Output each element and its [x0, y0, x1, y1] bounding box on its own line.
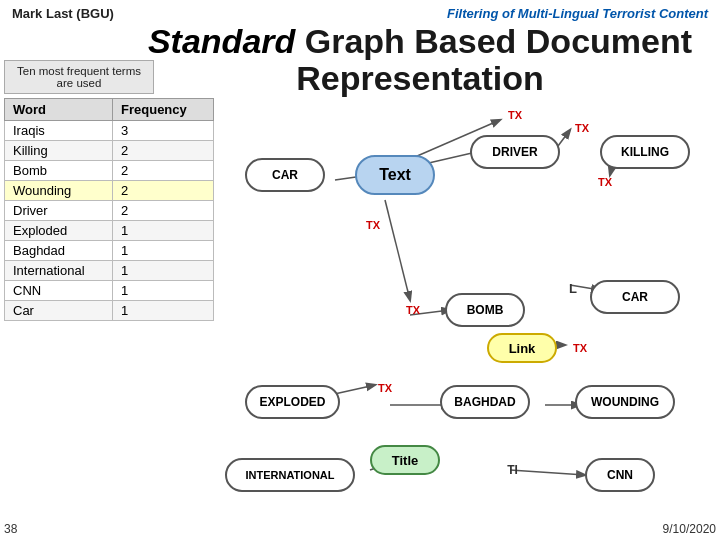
cell-freq: 2 — [113, 141, 214, 161]
node-tx-driver: TX — [567, 118, 597, 138]
cell-freq: 1 — [113, 241, 214, 261]
node-car: CAR — [245, 158, 325, 192]
table-row: International1 — [5, 261, 214, 281]
cell-freq: 1 — [113, 281, 214, 301]
node-tx-killing: TX — [590, 172, 620, 192]
cell-word: Bomb — [5, 161, 113, 181]
cell-word: Baghdad — [5, 241, 113, 261]
cell-word: Driver — [5, 201, 113, 221]
date: 9/10/2020 — [663, 522, 716, 536]
table-row: Iraqis3 — [5, 121, 214, 141]
node-tx-exploded: TX — [370, 378, 400, 398]
node-ti: TI — [500, 460, 525, 480]
cell-word: Wounding — [5, 181, 113, 201]
node-tx-link: TX — [565, 338, 595, 358]
table-row: Exploded1 — [5, 221, 214, 241]
node-text: Text — [355, 155, 435, 195]
table-row: Car1 — [5, 301, 214, 321]
bottom-bar: 38 9/10/2020 — [4, 522, 716, 536]
cell-freq: 2 — [113, 181, 214, 201]
cell-freq: 1 — [113, 301, 214, 321]
node-l: L — [563, 278, 583, 298]
node-link: Link — [487, 333, 557, 363]
table-row: Baghdad1 — [5, 241, 214, 261]
author-label: Mark Last (BGU) — [12, 6, 114, 21]
node-baghdad: BAGHDAD — [440, 385, 530, 419]
node-iraqis: CAR — [590, 280, 680, 314]
cell-word: CNN — [5, 281, 113, 301]
cell-word: Iraqis — [5, 121, 113, 141]
cell-freq: 2 — [113, 201, 214, 221]
node-title: Title — [370, 445, 440, 475]
title-italic: Standard — [148, 22, 295, 60]
table-row: CNN1 — [5, 281, 214, 301]
col-frequency: Frequency — [113, 99, 214, 121]
node-tx-text-left: TX — [358, 215, 388, 235]
node-driver: DRIVER — [470, 135, 560, 169]
node-cnn: CNN — [585, 458, 655, 492]
cell-word: Exploded — [5, 221, 113, 241]
graph-area: TX CAR Text DRIVER TX KILLING TX TX L CA… — [215, 100, 716, 516]
cell-freq: 1 — [113, 261, 214, 281]
node-killing: KILLING — [600, 135, 690, 169]
node-exploded: EXPLODED — [245, 385, 340, 419]
node-wounding: WOUNDING — [575, 385, 675, 419]
cell-freq: 1 — [113, 221, 214, 241]
word-frequency-table: Word Frequency Iraqis3Killing2Bomb2Wound… — [4, 98, 214, 321]
terms-note: Ten most frequent terms are used — [4, 60, 154, 94]
node-international: INTERNATIONAL — [225, 458, 355, 492]
table-row: Bomb2 — [5, 161, 214, 181]
table-row: Killing2 — [5, 141, 214, 161]
slide-title-header: Filtering of Multi-Lingual Terrorist Con… — [447, 6, 708, 21]
table-row: Driver2 — [5, 201, 214, 221]
page-number: 38 — [4, 522, 17, 536]
col-word: Word — [5, 99, 113, 121]
node-tx-bomb: TX — [398, 300, 428, 320]
node-bomb: BOMB — [445, 293, 525, 327]
cell-word: Car — [5, 301, 113, 321]
svg-line-1 — [385, 200, 410, 300]
title-rest: Graph Based Document Representation — [295, 22, 692, 97]
node-tx-top: TX — [500, 105, 530, 125]
cell-freq: 3 — [113, 121, 214, 141]
cell-freq: 2 — [113, 161, 214, 181]
table-row: Wounding2 — [5, 181, 214, 201]
cell-word: International — [5, 261, 113, 281]
cell-word: Killing — [5, 141, 113, 161]
